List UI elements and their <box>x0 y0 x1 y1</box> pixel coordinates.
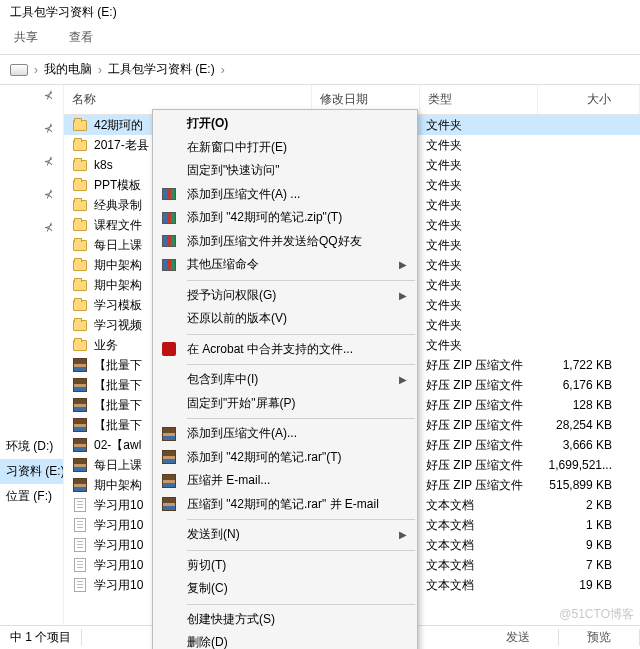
context-menu-item[interactable]: 添加到压缩文件(A) ... <box>153 183 417 207</box>
drive-icon <box>10 64 28 76</box>
folder-icon <box>72 237 88 253</box>
context-menu-item[interactable]: 添加到压缩文件并发送给QQ好友 <box>153 230 417 254</box>
menu-item-label: 还原以前的版本(V) <box>187 310 287 327</box>
folder-icon <box>72 277 88 293</box>
archive-icon <box>161 186 177 202</box>
sidebar: ⊀ ⊀ ⊀ ⊀ ⊀ 环境 (D:)习资料 (E:)位置 (F:) <box>0 85 64 642</box>
folder-icon <box>72 337 88 353</box>
archive-icon <box>72 457 88 473</box>
archive-icon <box>72 437 88 453</box>
menu-share[interactable]: 共享 <box>0 27 52 48</box>
menu-item-label: 添加到压缩文件(A)... <box>187 425 297 442</box>
context-menu-item[interactable]: 创建快捷方式(S) <box>153 608 417 632</box>
acrobat-icon <box>161 341 177 357</box>
archive-icon <box>161 257 177 273</box>
context-menu-item[interactable]: 压缩并 E-mail... <box>153 469 417 493</box>
context-menu-item[interactable]: 发送到(N)▶ <box>153 523 417 547</box>
folder-icon <box>72 197 88 213</box>
file-type: 文件夹 <box>426 197 544 214</box>
file-type: 好压 ZIP 压缩文件 <box>426 397 544 414</box>
col-type[interactable]: 类型 <box>420 85 538 114</box>
breadcrumb-root[interactable]: 我的电脑 <box>44 61 92 78</box>
file-size: 7 KB <box>544 558 640 572</box>
context-menu-item[interactable]: 其他压缩命令▶ <box>153 253 417 277</box>
address-bar[interactable]: › 我的电脑 › 工具包学习资料 (E:) › <box>0 55 640 85</box>
menu-view[interactable]: 查看 <box>55 27 107 48</box>
text-file-icon <box>72 497 88 513</box>
menu-item-label: 其他压缩命令 <box>187 256 259 273</box>
context-menu-item[interactable]: 固定到"开始"屏幕(P) <box>153 392 417 416</box>
file-type: 文件夹 <box>426 297 544 314</box>
winrar-icon <box>161 426 177 442</box>
status-selection: 中 1 个项目 <box>0 629 82 646</box>
text-file-icon <box>72 537 88 553</box>
menu-item-label: 添加到压缩文件(A) ... <box>187 186 300 203</box>
winrar-icon <box>161 449 177 465</box>
file-type: 文件夹 <box>426 237 544 254</box>
file-type: 文件夹 <box>426 217 544 234</box>
file-type: 文件夹 <box>426 157 544 174</box>
context-menu-item[interactable]: 还原以前的版本(V) <box>153 307 417 331</box>
menu-separator <box>187 604 415 605</box>
file-type: 文件夹 <box>426 277 544 294</box>
folder-icon <box>72 157 88 173</box>
folder-icon <box>72 257 88 273</box>
context-menu-item[interactable]: 添加到压缩文件(A)... <box>153 422 417 446</box>
menu-separator <box>187 550 415 551</box>
file-size: 128 KB <box>544 398 640 412</box>
col-size[interactable]: 大小 <box>538 85 640 114</box>
menu-item-label: 包含到库中(I) <box>187 371 258 388</box>
context-menu-item[interactable]: 剪切(T) <box>153 554 417 578</box>
winrar-icon <box>161 496 177 512</box>
window-title: 工具包学习资料 (E:) <box>0 0 640 25</box>
archive-icon <box>72 477 88 493</box>
menu-item-label: 添加到 "42期珂的笔记.rar"(T) <box>187 449 342 466</box>
sidebar-item[interactable]: 习资料 (E:) <box>0 459 63 484</box>
chevron-right-icon: ▶ <box>399 374 407 385</box>
file-size: 6,176 KB <box>544 378 640 392</box>
context-menu-item[interactable]: 删除(D) <box>153 631 417 649</box>
file-type: 好压 ZIP 压缩文件 <box>426 437 544 454</box>
folder-icon <box>72 177 88 193</box>
sidebar-item[interactable]: 位置 (F:) <box>0 484 63 509</box>
chevron-right-icon: ▶ <box>399 529 407 540</box>
context-menu-item[interactable]: 包含到库中(I)▶ <box>153 368 417 392</box>
file-type: 文本文档 <box>426 497 544 514</box>
menu-item-label: 固定到"快速访问" <box>187 162 280 179</box>
context-menu-item[interactable]: 在 Acrobat 中合并支持的文件... <box>153 338 417 362</box>
menu-item-label: 创建快捷方式(S) <box>187 611 275 628</box>
context-menu-item[interactable]: 添加到 "42期珂的笔记.zip"(T) <box>153 206 417 230</box>
archive-icon <box>161 210 177 226</box>
context-menu-item[interactable]: 压缩到 "42期珂的笔记.rar" 并 E-mail <box>153 493 417 517</box>
chevron-right-icon: › <box>221 63 225 77</box>
file-size: 28,254 KB <box>544 418 640 432</box>
menu-item-label: 压缩到 "42期珂的笔记.rar" 并 E-mail <box>187 496 379 513</box>
file-size: 515,899 KB <box>544 478 640 492</box>
pin-icon: ⊀ <box>44 188 53 201</box>
menu-item-label: 添加到 "42期珂的笔记.zip"(T) <box>187 209 342 226</box>
breadcrumb-leaf[interactable]: 工具包学习资料 (E:) <box>108 61 215 78</box>
text-file-icon <box>72 517 88 533</box>
status-tab-send[interactable]: 发送 <box>478 629 559 646</box>
context-menu-item[interactable]: 授予访问权限(G)▶ <box>153 284 417 308</box>
context-menu-item[interactable]: 固定到"快速访问" <box>153 159 417 183</box>
menu-item-label: 压缩并 E-mail... <box>187 472 270 489</box>
file-type: 文件夹 <box>426 257 544 274</box>
folder-icon <box>72 137 88 153</box>
menu-bar: 共享 查看 <box>0 25 640 55</box>
file-type: 文件夹 <box>426 117 544 134</box>
context-menu-item[interactable]: 复制(C) <box>153 577 417 601</box>
pin-icon: ⊀ <box>44 122 53 135</box>
menu-item-label: 复制(C) <box>187 580 228 597</box>
menu-item-label: 删除(D) <box>187 634 228 649</box>
file-size: 19 KB <box>544 578 640 592</box>
file-size: 3,666 KB <box>544 438 640 452</box>
file-type: 文本文档 <box>426 557 544 574</box>
context-menu-item[interactable]: 添加到 "42期珂的笔记.rar"(T) <box>153 446 417 470</box>
file-type: 文本文档 <box>426 537 544 554</box>
context-menu-item[interactable]: 在新窗口中打开(E) <box>153 136 417 160</box>
sidebar-item[interactable]: 环境 (D:) <box>0 434 63 459</box>
context-menu-item[interactable]: 打开(O) <box>153 112 417 136</box>
menu-item-label: 添加到压缩文件并发送给QQ好友 <box>187 233 362 250</box>
status-tab-preview[interactable]: 预览 <box>559 629 640 646</box>
